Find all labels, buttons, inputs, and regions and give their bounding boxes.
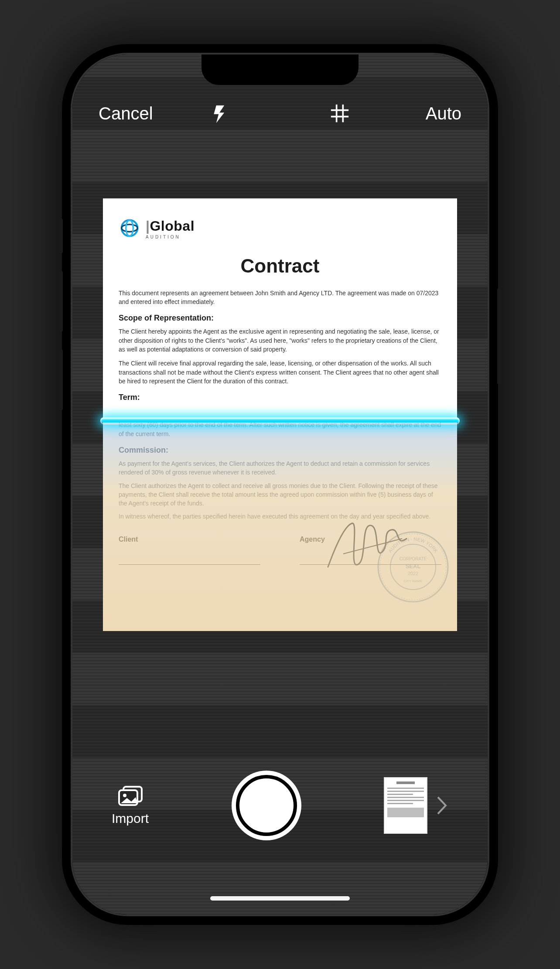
power-button <box>497 288 501 384</box>
client-signature-line <box>119 564 260 565</box>
svg-point-5 <box>122 225 138 232</box>
svg-point-17 <box>123 794 126 797</box>
shutter-button[interactable] <box>232 771 301 840</box>
scope-heading: Scope of Representation: <box>119 312 441 324</box>
volume-down-button <box>59 349 63 410</box>
scope-p2: The Client will receive final approval r… <box>119 359 441 386</box>
flash-icon <box>211 104 230 123</box>
signature-icon <box>324 517 411 573</box>
document-title: Contract <box>119 252 441 280</box>
scan-line <box>100 417 460 424</box>
gallery-icon <box>117 785 143 807</box>
notch <box>201 55 359 85</box>
top-toolbar: Cancel <box>72 94 488 133</box>
svg-point-6 <box>126 220 133 236</box>
grid-icon <box>330 104 349 123</box>
commission-p2: The Client authorizes the Agent to colle… <box>119 481 441 508</box>
signature-row: CORPORATE SEAL 2022 CITY NAME AUDITION ·… <box>119 534 441 565</box>
flash-button[interactable] <box>211 104 230 123</box>
home-indicator[interactable] <box>210 896 350 901</box>
svg-text:CITY NAME: CITY NAME <box>403 579 422 583</box>
import-button[interactable]: Import <box>112 785 149 826</box>
chevron-right-icon[interactable] <box>435 795 448 816</box>
logo-name: Global <box>150 218 195 234</box>
commission-p1: As payment for the Agent's services, the… <box>119 459 441 477</box>
scan-thumbnail[interactable] <box>384 777 427 834</box>
bottom-bar: Import <box>72 762 488 849</box>
auto-mode-button[interactable]: Auto <box>426 104 461 123</box>
document-preview: |Global AUDITION Contract This document … <box>103 198 457 631</box>
grid-toggle-button[interactable] <box>330 104 349 123</box>
cancel-button[interactable]: Cancel <box>99 104 153 123</box>
import-label: Import <box>112 811 149 826</box>
side-button <box>59 218 63 253</box>
camera-viewport: Cancel <box>72 55 488 914</box>
scope-p1: The Client hereby appoints the Agent as … <box>119 327 441 354</box>
phone-frame: Cancel <box>62 44 498 925</box>
scanned-document: |Global AUDITION Contract This document … <box>103 198 457 631</box>
globe-icon <box>119 217 140 239</box>
intro-paragraph: This document represents an agreement be… <box>119 289 441 307</box>
volume-up-button <box>59 271 63 332</box>
svg-point-4 <box>122 220 138 236</box>
company-logo: |Global AUDITION <box>119 216 441 241</box>
term-heading: Term: <box>119 392 441 403</box>
client-label: Client <box>119 534 260 544</box>
commission-heading: Commission: <box>119 444 441 456</box>
